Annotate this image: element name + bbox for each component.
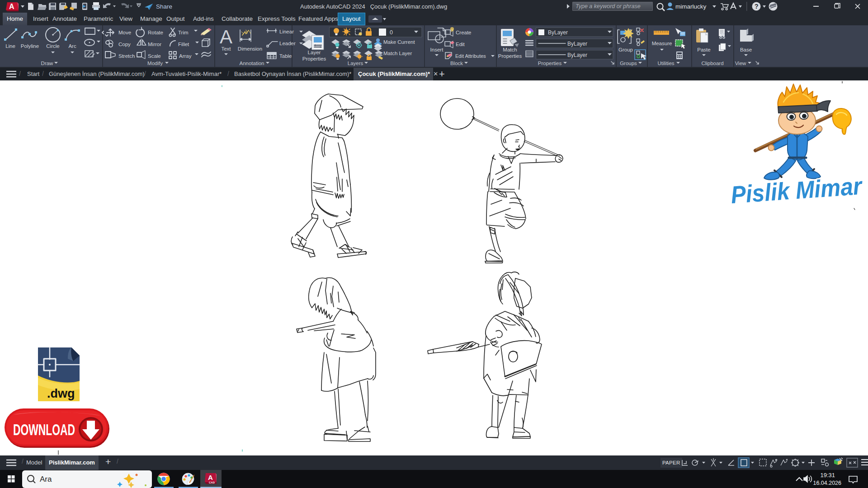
svg-text:Group: Group <box>618 47 633 52</box>
svg-text:Insert: Insert <box>430 47 444 52</box>
svg-text:19:31: 19:31 <box>820 472 835 479</box>
svg-text:16.04.2026: 16.04.2026 <box>813 480 841 486</box>
svg-text:Linear: Linear <box>279 29 294 34</box>
svg-text:Paste: Paste <box>697 47 710 52</box>
svg-text:Create: Create <box>456 30 472 35</box>
svg-text:Stretch: Stretch <box>118 53 135 59</box>
svg-text:Annotation: Annotation <box>240 61 264 66</box>
svg-text:Utilities: Utilities <box>657 61 674 66</box>
svg-text:Properties: Properties <box>498 53 522 59</box>
svg-text:Match Layer: Match Layer <box>383 51 412 56</box>
svg-text:Trim: Trim <box>178 30 189 35</box>
svg-text:Fillet: Fillet <box>178 42 189 47</box>
svg-text:.dwg: .dwg <box>47 387 75 400</box>
svg-text:Layer: Layer <box>308 50 321 55</box>
svg-text:Leader: Leader <box>279 41 296 46</box>
svg-text:Table: Table <box>279 53 292 59</box>
svg-text:Copy: Copy <box>118 42 131 47</box>
svg-text:A: A <box>9 3 14 10</box>
svg-text:ByLayer: ByLayer <box>548 29 568 36</box>
svg-text:Pislik Mimar: Pislik Mimar <box>730 172 864 208</box>
svg-text:Mirror: Mirror <box>148 42 161 47</box>
svg-text:ByLayer: ByLayer <box>567 52 587 58</box>
svg-text:Line: Line <box>5 43 15 49</box>
svg-text:Clipboard: Clipboard <box>701 61 723 66</box>
svg-text:Layers: Layers <box>348 61 363 66</box>
svg-text:Properties: Properties <box>302 56 326 61</box>
svg-text:Rotate: Rotate <box>148 30 163 35</box>
svg-text:Groups: Groups <box>620 61 637 66</box>
svg-text:Edit: Edit <box>456 42 465 47</box>
svg-text:Array: Array <box>179 53 192 59</box>
svg-text:ByLayer: ByLayer <box>567 41 587 47</box>
svg-text:Make Current: Make Current <box>383 39 415 45</box>
svg-text:Modify: Modify <box>147 61 163 66</box>
svg-text:Dimension: Dimension <box>238 46 262 52</box>
svg-text:CAD: CAD <box>209 481 215 484</box>
svg-text:?: ? <box>755 3 759 10</box>
svg-text:Measure: Measure <box>652 41 672 46</box>
svg-text:Match: Match <box>503 47 517 52</box>
svg-text:Draw: Draw <box>41 61 54 66</box>
svg-text:Circle: Circle <box>46 43 59 49</box>
svg-text:A: A <box>220 26 232 47</box>
svg-text:Arc: Arc <box>68 43 76 49</box>
svg-text:View: View <box>735 61 746 66</box>
svg-text:Block: Block <box>450 61 463 66</box>
svg-text:Move: Move <box>118 30 131 35</box>
svg-text:Scale: Scale <box>148 53 161 59</box>
svg-text:Polyline: Polyline <box>21 43 39 49</box>
svg-text:mimarlucky: mimarlucky <box>675 3 707 10</box>
svg-text:DOWNLOAD: DOWNLOAD <box>13 421 75 438</box>
svg-text:A: A <box>208 474 213 481</box>
svg-text:Base: Base <box>740 47 752 52</box>
svg-text:Edit Attributes: Edit Attributes <box>455 53 486 59</box>
svg-text:Share: Share <box>156 3 172 10</box>
svg-text:Ara: Ara <box>40 475 52 483</box>
svg-text:0: 0 <box>390 29 393 36</box>
svg-text:Text: Text <box>221 46 231 52</box>
svg-text:Properties: Properties <box>538 61 562 66</box>
